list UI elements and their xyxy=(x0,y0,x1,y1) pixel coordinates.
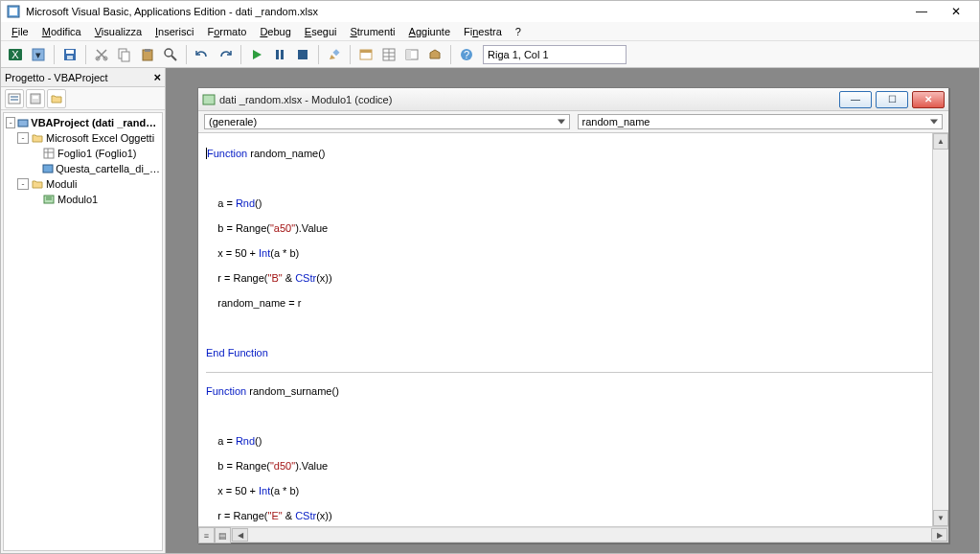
svg-text:▾: ▾ xyxy=(35,49,41,60)
app-close-button[interactable]: ✕ xyxy=(939,2,973,21)
break-button[interactable] xyxy=(269,44,290,65)
folder-icon xyxy=(31,177,44,191)
horizontal-scrollbar[interactable]: ◀ ▶ xyxy=(231,527,948,542)
menu-visualizza[interactable]: Visualizza xyxy=(88,24,148,39)
tree-excel-objects[interactable]: - Microsoft Excel Oggetti xyxy=(4,130,162,146)
folder-icon xyxy=(31,131,44,145)
full-module-view-button[interactable]: ▤ xyxy=(215,527,231,543)
scroll-left-button[interactable]: ◀ xyxy=(232,528,248,542)
project-explorer-toolbar xyxy=(1,87,165,110)
help-button[interactable]: ? xyxy=(456,44,477,65)
tree-modulo1[interactable]: Modulo1 xyxy=(4,192,162,207)
app-title: Microsoft Visual Basic, Applications Edi… xyxy=(26,6,318,17)
menu-help[interactable]: ? xyxy=(509,24,528,39)
menu-finestra[interactable]: Finestra xyxy=(457,24,509,39)
svg-rect-14 xyxy=(145,49,150,52)
paste-button[interactable] xyxy=(137,44,158,65)
project-explorer-close-button[interactable]: × xyxy=(153,70,161,84)
svg-rect-22 xyxy=(360,50,372,53)
tree-moduli[interactable]: - Moduli xyxy=(4,176,162,192)
menu-inserisci[interactable]: Inserisci xyxy=(148,24,200,39)
code-window-titlebar[interactable]: dati _random.xlsx - Modulo1 (codice) — ☐… xyxy=(198,88,948,111)
reset-button[interactable] xyxy=(292,44,313,65)
object-dropdown[interactable]: (generale) xyxy=(204,114,570,129)
project-explorer-panel: Progetto - VBAProject × - VBAProject (da… xyxy=(1,68,166,553)
svg-point-15 xyxy=(165,49,172,57)
vertical-scrollbar[interactable]: ▲ ▼ xyxy=(932,133,948,526)
design-mode-button[interactable] xyxy=(324,44,345,65)
module-icon xyxy=(202,93,216,106)
tree-workbook[interactable]: Questa_cartella_di_lavoro xyxy=(4,161,162,176)
expander-icon[interactable]: - xyxy=(6,117,15,128)
cursor-location-text: Riga 1, Col 1 xyxy=(488,49,549,60)
cursor-location-box[interactable]: Riga 1, Col 1 xyxy=(483,45,627,64)
menu-file[interactable]: FFileile xyxy=(5,24,35,39)
scroll-right-button[interactable]: ▶ xyxy=(931,528,947,542)
code-window-maximize-button[interactable]: ☐ xyxy=(876,91,908,108)
code-window-title: dati _random.xlsx - Modulo1 (codice) xyxy=(219,94,392,105)
app-icon xyxy=(7,5,20,18)
app-minimize-button[interactable]: — xyxy=(904,2,939,21)
svg-rect-19 xyxy=(298,50,308,59)
view-object-button[interactable] xyxy=(26,89,45,108)
svg-rect-18 xyxy=(281,50,284,59)
menu-strumenti[interactable]: Strumenti xyxy=(343,24,401,39)
object-browser-button[interactable] xyxy=(401,44,422,65)
svg-rect-36 xyxy=(18,120,28,127)
expander-icon[interactable]: - xyxy=(17,178,29,190)
code-editor[interactable]: Function random_name() a = Rnd() b = Ran… xyxy=(198,133,932,526)
project-icon xyxy=(17,116,29,129)
properties-button[interactable] xyxy=(378,44,399,65)
run-button[interactable] xyxy=(246,44,267,65)
view-excel-button[interactable]: X xyxy=(5,44,26,65)
title-bar: Microsoft Visual Basic, Applications Edi… xyxy=(1,1,979,22)
svg-rect-7 xyxy=(66,50,74,54)
mdi-area: dati _random.xlsx - Modulo1 (codice) — ☐… xyxy=(166,68,979,553)
sheet-icon xyxy=(42,147,56,160)
svg-text:X: X xyxy=(11,49,19,60)
tree-root[interactable]: - VBAProject (dati _random.xlsx) xyxy=(4,115,162,130)
expander-icon[interactable]: - xyxy=(17,132,29,144)
scroll-up-button[interactable]: ▲ xyxy=(933,133,948,150)
menu-debug[interactable]: Debug xyxy=(253,24,297,39)
svg-rect-17 xyxy=(276,50,279,59)
svg-rect-35 xyxy=(33,96,38,99)
toggle-folders-button[interactable] xyxy=(47,89,66,108)
svg-rect-20 xyxy=(332,49,339,56)
code-window-close-button[interactable]: ✕ xyxy=(912,91,945,108)
copy-button[interactable] xyxy=(114,44,135,65)
project-tree[interactable]: - VBAProject (dati _random.xlsx) - Micro… xyxy=(3,112,163,551)
undo-button[interactable] xyxy=(192,44,213,65)
project-explorer-title: Progetto - VBAProject × xyxy=(1,68,165,87)
module-icon xyxy=(42,193,56,206)
svg-line-16 xyxy=(171,56,176,60)
project-explorer-button[interactable] xyxy=(355,44,376,65)
scroll-down-button[interactable]: ▼ xyxy=(933,510,948,526)
menu-bar: FFileile Modifica Visualizza Inserisci F… xyxy=(1,22,979,41)
svg-rect-31 xyxy=(9,94,20,104)
toolbox-button[interactable] xyxy=(424,44,445,65)
save-button[interactable] xyxy=(59,44,80,65)
svg-rect-1 xyxy=(10,8,17,15)
tree-foglio1[interactable]: Foglio1 (Foglio1) xyxy=(4,146,162,161)
menu-esegui[interactable]: Esegui xyxy=(298,24,344,39)
redo-button[interactable] xyxy=(215,44,236,65)
menu-modifica[interactable]: Modifica xyxy=(35,24,88,39)
find-button[interactable] xyxy=(160,44,181,65)
menu-aggiunte[interactable]: Aggiunte xyxy=(402,24,457,39)
code-window-minimize-button[interactable]: — xyxy=(839,91,872,108)
svg-rect-44 xyxy=(203,95,215,104)
toolbar: X ▾ ? Riga 1, Col 1 xyxy=(1,41,979,68)
code-window: dati _random.xlsx - Modulo1 (codice) — ☐… xyxy=(197,87,949,543)
workbook-icon xyxy=(42,162,54,175)
insert-module-button[interactable]: ▾ xyxy=(28,44,49,65)
svg-rect-8 xyxy=(67,56,73,59)
procedure-dropdown[interactable]: random_name xyxy=(578,114,944,129)
view-code-button[interactable] xyxy=(5,89,24,108)
menu-formato[interactable]: Formato xyxy=(200,24,253,39)
svg-rect-40 xyxy=(43,165,53,173)
svg-rect-12 xyxy=(122,52,129,61)
svg-text:?: ? xyxy=(464,49,469,60)
cut-button[interactable] xyxy=(91,44,112,65)
procedure-view-button[interactable]: ≡ xyxy=(198,527,215,543)
